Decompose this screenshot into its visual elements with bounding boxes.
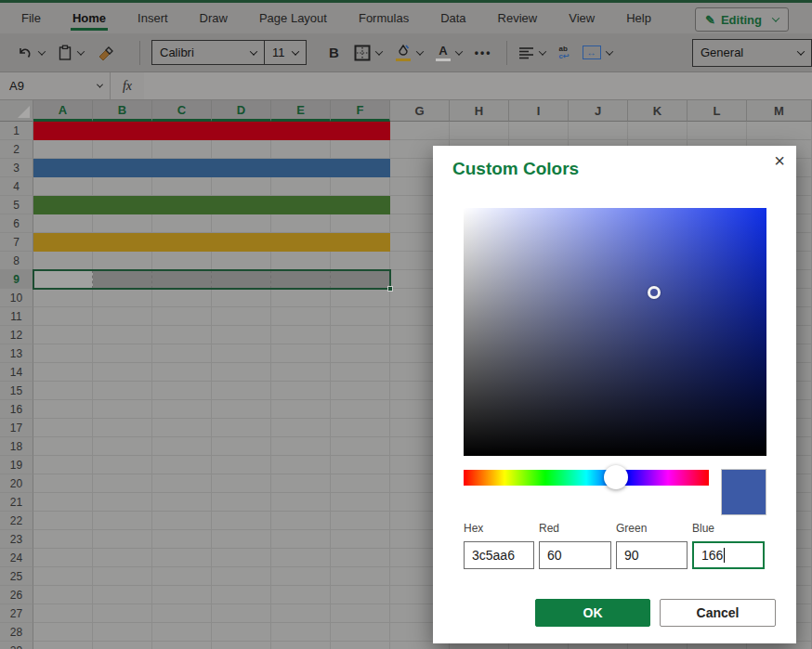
alignment-button[interactable]: [518, 46, 545, 59]
fill-color-button[interactable]: [395, 44, 423, 61]
cell-c3[interactable]: [152, 159, 212, 177]
cell-c19[interactable]: [152, 456, 212, 474]
cell-d26[interactable]: [212, 586, 271, 604]
row-header-5[interactable]: 5: [0, 196, 33, 214]
cell-b25[interactable]: [93, 567, 152, 586]
cell-e20[interactable]: [271, 474, 331, 493]
cell-c6[interactable]: [152, 214, 212, 233]
cell-a11[interactable]: [33, 307, 93, 326]
undo-button[interactable]: [17, 45, 45, 61]
borders-button[interactable]: [354, 45, 382, 61]
cell-b14[interactable]: [93, 363, 152, 382]
row-header-19[interactable]: 19: [0, 456, 33, 474]
cell-d11[interactable]: [212, 307, 271, 326]
row-header-11[interactable]: 11: [0, 307, 33, 326]
cell-a12[interactable]: [33, 326, 93, 344]
cell-e2[interactable]: [271, 140, 331, 159]
row-header-28[interactable]: 28: [0, 623, 33, 642]
cell-e16[interactable]: [271, 400, 331, 419]
row-header-26[interactable]: 26: [0, 586, 33, 604]
select-all-corner[interactable]: [0, 100, 33, 122]
tab-insert[interactable]: Insert: [136, 6, 170, 31]
row-header-21[interactable]: 21: [0, 493, 33, 512]
cell-a16[interactable]: [33, 400, 93, 419]
cell-f7[interactable]: [331, 233, 390, 252]
cell-c29[interactable]: [152, 642, 212, 649]
cell-b1[interactable]: [93, 122, 152, 140]
cell-d9[interactable]: [212, 270, 271, 289]
cell-d22[interactable]: [212, 512, 271, 530]
cell-e19[interactable]: [271, 456, 331, 474]
cell-f17[interactable]: [331, 419, 390, 437]
cell-d1[interactable]: [212, 122, 271, 140]
cell-a26[interactable]: [33, 586, 93, 604]
cell-c15[interactable]: [152, 382, 212, 400]
cell-e8[interactable]: [271, 252, 331, 270]
cell-f18[interactable]: [331, 437, 390, 456]
cell-e10[interactable]: [271, 289, 331, 307]
cell-a18[interactable]: [33, 437, 93, 456]
cell-e29[interactable]: [271, 642, 331, 649]
cell-a13[interactable]: [33, 344, 93, 363]
cell-e18[interactable]: [271, 437, 331, 456]
cell-a7[interactable]: [33, 233, 93, 252]
cell-d6[interactable]: [212, 214, 271, 233]
bold-button[interactable]: B: [329, 45, 339, 60]
tab-home[interactable]: Home: [71, 6, 108, 31]
cell-c24[interactable]: [152, 549, 212, 567]
cell-a1[interactable]: [33, 122, 93, 140]
cell-e12[interactable]: [271, 326, 331, 344]
column-header-h[interactable]: H: [450, 100, 509, 122]
cell-a24[interactable]: [33, 549, 93, 567]
cell-d2[interactable]: [212, 140, 271, 159]
cell-m1[interactable]: [747, 122, 812, 140]
cell-e3[interactable]: [271, 159, 331, 177]
row-header-4[interactable]: 4: [0, 177, 33, 196]
cell-d25[interactable]: [212, 567, 271, 586]
tab-page-layout[interactable]: Page Layout: [257, 6, 329, 31]
cell-b3[interactable]: [93, 159, 152, 177]
cell-d19[interactable]: [212, 456, 271, 474]
cell-d4[interactable]: [212, 177, 271, 196]
column-header-i[interactable]: I: [509, 100, 569, 122]
tab-review[interactable]: Review: [496, 6, 540, 31]
row-header-3[interactable]: 3: [0, 159, 33, 177]
row-header-15[interactable]: 15: [0, 382, 33, 400]
tab-file[interactable]: File: [20, 6, 43, 31]
cell-a9[interactable]: [33, 270, 93, 289]
cell-c4[interactable]: [152, 177, 212, 196]
cell-a15[interactable]: [33, 382, 93, 400]
blue-input[interactable]: [692, 541, 765, 569]
cell-e5[interactable]: [271, 196, 331, 214]
row-header-13[interactable]: 13: [0, 344, 33, 363]
cell-h1[interactable]: [450, 122, 509, 140]
column-header-b[interactable]: B: [93, 100, 152, 122]
number-format-combo[interactable]: General: [692, 39, 812, 67]
cell-c14[interactable]: [152, 363, 212, 382]
cell-a23[interactable]: [33, 530, 93, 549]
cell-b17[interactable]: [93, 419, 152, 437]
cell-a27[interactable]: [33, 604, 93, 623]
cell-f25[interactable]: [331, 567, 390, 586]
cell-e21[interactable]: [271, 493, 331, 512]
cell-c8[interactable]: [152, 252, 212, 270]
cell-f28[interactable]: [331, 623, 390, 642]
cell-e22[interactable]: [271, 512, 331, 530]
column-header-e[interactable]: E: [271, 100, 331, 122]
font-name-combo[interactable]: Calibri: [151, 40, 265, 65]
row-header-9[interactable]: 9: [0, 270, 33, 289]
cell-a5[interactable]: [33, 196, 93, 214]
editing-mode-button[interactable]: ✎ Editing: [695, 7, 789, 32]
cell-b21[interactable]: [93, 493, 152, 512]
cell-c21[interactable]: [152, 493, 212, 512]
row-header-25[interactable]: 25: [0, 567, 33, 586]
cell-d15[interactable]: [212, 382, 271, 400]
cell-a6[interactable]: [33, 214, 93, 233]
cell-e23[interactable]: [271, 530, 331, 549]
cell-e17[interactable]: [271, 419, 331, 437]
red-input[interactable]: [539, 541, 611, 569]
cell-b11[interactable]: [93, 307, 152, 326]
cell-b27[interactable]: [93, 604, 152, 623]
more-options-button[interactable]: •••: [475, 46, 492, 59]
cell-e25[interactable]: [271, 567, 331, 586]
